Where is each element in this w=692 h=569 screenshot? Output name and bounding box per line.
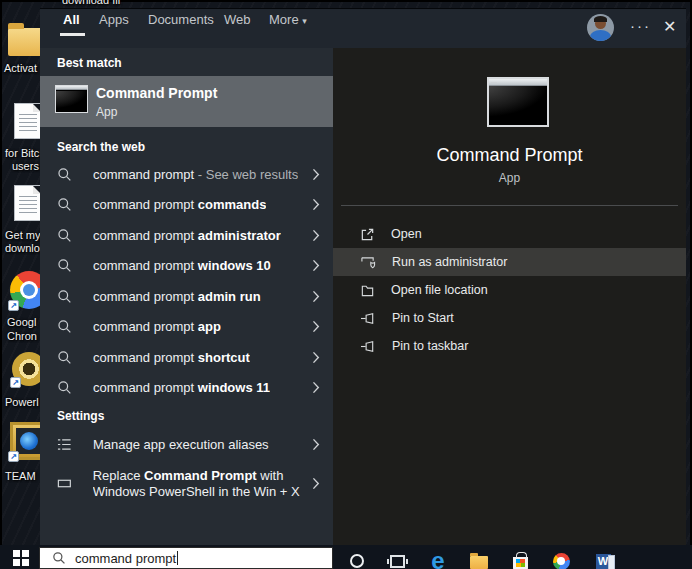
preview-actions: Open Run as administrator Open file loca… <box>333 220 686 360</box>
chevron-right-icon <box>312 381 320 394</box>
desktop-icon-bitcoin-doc[interactable] <box>14 103 42 139</box>
settings-row-manage-aliases[interactable]: Manage app execution aliases <box>40 429 333 460</box>
suggestion-bold: app <box>198 319 221 334</box>
tab-more[interactable]: More ▾ <box>269 12 307 27</box>
chevron-down-icon: ▾ <box>302 16 307 26</box>
suggestion-bold: windows 10 <box>198 258 271 273</box>
text-caret <box>177 551 178 565</box>
web-suggestion-row[interactable]: command prompt administrator <box>40 220 333 251</box>
user-avatar[interactable] <box>587 14 614 41</box>
desktop-icon-download-doc[interactable] <box>14 185 42 221</box>
taskbar-task-view-button[interactable] <box>386 550 408 569</box>
chevron-right-icon <box>312 477 320 490</box>
suggestion-bold: commands <box>198 197 267 212</box>
tab-documents[interactable]: Documents <box>148 12 214 27</box>
action-label: Open file location <box>391 283 488 297</box>
desktop-icon-label: Activat <box>4 62 37 74</box>
desktop-icon-label: downlo <box>5 242 40 254</box>
web-suggestion-row[interactable]: command prompt windows 11 <box>40 373 333 404</box>
suggestion-text: command prompt <box>93 228 198 243</box>
taskbar-edge-button[interactable]: e <box>427 550 449 569</box>
desktop-icon-label: Powerl <box>5 396 39 408</box>
web-suggestion-row[interactable]: command prompt commands <box>40 190 333 221</box>
tab-apps[interactable]: Apps <box>99 12 129 27</box>
best-match-title: Command Prompt <box>96 85 217 101</box>
avatar-hair <box>594 16 607 22</box>
taskbar-store-button[interactable] <box>509 550 531 569</box>
search-icon <box>57 197 72 212</box>
search-icon <box>57 289 72 304</box>
suggestion-bold: shortcut <box>198 350 250 365</box>
shortcut-arrow-icon: ↗ <box>8 451 19 462</box>
desktop-icon-label: users <box>12 160 39 172</box>
desktop-icon-label: for Bitc <box>5 147 39 159</box>
search-icon <box>52 551 66 565</box>
chevron-right-icon <box>312 259 320 272</box>
document-icon <box>14 103 42 139</box>
shortcut-arrow-icon: ↗ <box>8 300 19 311</box>
preview-subtitle: App <box>333 171 686 185</box>
chevron-right-icon <box>312 320 320 333</box>
shortcut-arrow-icon: ↗ <box>10 377 21 388</box>
action-run-as-administrator[interactable]: Run as administrator <box>333 248 686 276</box>
section-header-settings: Settings <box>57 409 104 423</box>
document-icon <box>14 185 42 221</box>
tab-web[interactable]: Web <box>224 12 251 27</box>
settings-row-replace-cmd[interactable]: Replace Command Prompt with Windows Powe… <box>40 460 333 508</box>
chevron-right-icon <box>312 198 320 211</box>
folder-icon <box>8 28 42 56</box>
action-pin-to-start[interactable]: Pin to Start <box>333 304 686 332</box>
settings-text: Replace <box>93 468 144 483</box>
preview-title: Command Prompt <box>333 145 686 166</box>
action-open-file-location[interactable]: Open file location <box>333 276 686 304</box>
action-pin-to-taskbar[interactable]: Pin to taskbar <box>333 332 686 360</box>
tab-all[interactable]: All <box>63 12 80 27</box>
suggestion-bold: windows 11 <box>198 380 270 395</box>
search-ring-icon <box>350 554 364 568</box>
taskbar-search-box[interactable]: command prompt <box>39 547 333 569</box>
suggestion-muted: - See web results <box>194 167 298 182</box>
search-icon <box>57 319 72 334</box>
suggestion-text: command prompt <box>93 258 198 273</box>
suggestion-bold: admin run <box>198 289 261 304</box>
search-input-value: command prompt <box>75 551 176 566</box>
open-icon <box>360 227 375 242</box>
web-suggestion-row[interactable]: command prompt shortcut <box>40 342 333 373</box>
settings-list: Manage app execution aliases Replace Com… <box>40 429 333 508</box>
web-suggestion-row[interactable]: command prompt windows 10 <box>40 251 333 282</box>
suggestion-text: command prompt <box>93 380 198 395</box>
web-suggestion-row[interactable]: command prompt - See web results <box>40 159 333 190</box>
best-match-subtitle: App <box>96 105 117 119</box>
taskbar-file-explorer-button[interactable] <box>468 550 490 569</box>
desktop-label-partial: download fil <box>62 0 120 6</box>
suggestion-text: command prompt <box>93 167 194 182</box>
more-options-icon[interactable]: ··· <box>630 17 651 34</box>
chevron-right-icon <box>312 168 320 181</box>
action-open[interactable]: Open <box>333 220 686 248</box>
desktop-icon-activation-folder[interactable] <box>8 28 42 56</box>
shield-icon <box>360 255 376 270</box>
edge-icon: e <box>431 551 444 569</box>
search-icon <box>57 350 72 365</box>
taskbar-word-button[interactable]: W <box>592 550 614 569</box>
web-suggestion-row[interactable]: command prompt admin run <box>40 281 333 312</box>
action-label: Run as administrator <box>392 255 507 269</box>
desktop-icon-label: Get my <box>5 229 40 241</box>
web-suggestions-list: command prompt - See web results command… <box>40 159 333 403</box>
list-icon <box>57 437 72 452</box>
suggestion-text: command prompt <box>93 197 198 212</box>
taskbar-chrome-button[interactable] <box>550 550 572 569</box>
suggestion-text: command prompt <box>93 289 198 304</box>
task-view-icon <box>390 555 405 568</box>
file-explorer-icon <box>470 556 488 569</box>
taskbar-search-button[interactable] <box>346 550 368 569</box>
search-icon <box>57 258 72 273</box>
folder-location-icon <box>360 283 375 298</box>
web-suggestion-row[interactable]: command prompt app <box>40 312 333 343</box>
chevron-right-icon <box>312 290 320 303</box>
best-match-item-command-prompt[interactable]: Command Prompt App <box>40 76 333 127</box>
start-button[interactable] <box>13 550 29 566</box>
close-icon[interactable]: ✕ <box>663 17 676 36</box>
chevron-right-icon <box>312 229 320 242</box>
search-icon <box>57 380 72 395</box>
